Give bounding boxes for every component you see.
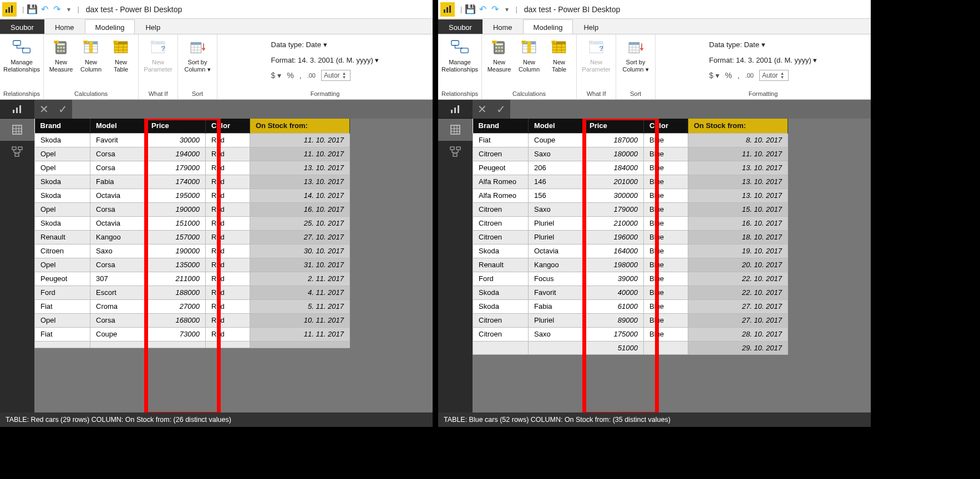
cell[interactable]: 206 [529,161,584,175]
cell[interactable]: Peugeot [473,161,529,175]
col-header[interactable]: On Stock from: [250,119,350,133]
cell[interactable]: Red [206,313,250,327]
tab-home[interactable]: Home [44,19,85,34]
table-row[interactable]: SkodaFavorit40000Blue22. 10. 2017 [473,286,788,299]
table-row[interactable]: SkodaOctavia151000Red25. 10. 2017 [35,216,350,230]
cell[interactable]: Octavia [90,216,146,230]
data-grid[interactable]: BrandModelPriceColorOn Stock from:FiatCo… [473,119,788,412]
cell[interactable]: Skoda [473,286,529,299]
table-row[interactable]: CitroenSaxo180000Blue11. 10. 2017 [473,147,788,161]
currency-button[interactable]: $ ▾ [271,71,282,80]
table-row[interactable]: CitroenSaxo175000Blue28. 10. 2017 [473,327,788,341]
cell[interactable]: 4. 11. 2017 [250,286,350,299]
table-row[interactable]: CitroenSaxo179000Blue15. 10. 2017 [473,202,788,216]
cell[interactable]: 11. 10. 2017 [250,147,350,161]
cell[interactable]: Citroen [473,230,529,244]
new-column-button[interactable]: NewColumn [515,37,543,80]
cell[interactable]: Red [206,272,250,286]
cell[interactable]: Saxo [529,202,584,216]
currency-button[interactable]: $ ▾ [709,71,720,80]
cell[interactable]: Croma [90,299,146,313]
cell[interactable]: 19. 10. 2017 [688,244,788,258]
cell[interactable]: Favorit [529,286,584,299]
cell[interactable]: Ford [35,286,90,299]
cell[interactable]: 151000 [146,216,206,230]
manage-relationships-button[interactable]: ManageRelationships [6,37,38,80]
view-data-icon[interactable] [0,119,34,141]
cell[interactable]: 39000 [584,272,644,286]
stepper-icon[interactable]: ▲▼ [342,72,347,79]
cell[interactable]: Saxo [90,244,146,258]
cell[interactable]: 13. 10. 2017 [688,188,788,202]
cell[interactable]: Coupe [90,327,146,341]
cell[interactable]: Blue [644,244,688,258]
cell[interactable]: 168000 [146,313,206,327]
table-row[interactable]: OpelCorsa135000Red31. 10. 2017 [35,258,350,272]
cell[interactable]: Corsa [90,258,146,272]
table-row[interactable]: OpelCorsa168000Red10. 11. 2017 [35,313,350,327]
cell[interactable]: 164000 [584,244,644,258]
sort-by-column-button[interactable]: Sort byColumn ▾ [181,37,214,80]
cell[interactable]: Blue [644,133,688,147]
cell[interactable]: 22. 10. 2017 [688,286,788,299]
cell[interactable]: Blue [644,188,688,202]
cell[interactable]: 27. 10. 2017 [688,313,788,327]
cell[interactable]: 14. 10. 2017 [250,188,350,202]
cell[interactable]: Corsa [90,313,146,327]
cell[interactable]: Citroen [473,202,529,216]
col-header[interactable]: Price [584,119,644,133]
cell[interactable]: 8. 10. 2017 [688,133,788,147]
new-measure-button[interactable]: NewMeasure [485,37,513,80]
tab-modeling[interactable]: Modeling [85,19,135,34]
manage-relationships-button[interactable]: ManageRelationships [444,37,476,80]
cell[interactable]: 190000 [146,244,206,258]
percent-button[interactable]: % [287,71,293,80]
view-model-icon[interactable] [0,141,34,163]
cell[interactable]: 89000 [584,313,644,327]
data-grid[interactable]: BrandModelPriceColorOn Stock from:SkodaF… [34,119,350,412]
cell[interactable]: 27. 10. 2017 [688,299,788,313]
redo-icon[interactable]: ↷ [50,4,63,14]
cell[interactable]: Pluriel [529,230,584,244]
cell[interactable]: Opel [35,147,90,161]
cell[interactable]: 194000 [146,147,206,161]
cell[interactable]: Red [206,258,250,272]
cell[interactable]: Pluriel [529,216,584,230]
table-row[interactable]: RenaultKangoo198000Blue20. 10. 2017 [473,258,788,272]
table-row[interactable]: OpelCorsa194000Red11. 10. 2017 [35,147,350,161]
view-report[interactable] [0,100,34,119]
cell[interactable]: Ford [473,272,529,286]
cell[interactable]: 2. 11. 2017 [250,272,350,286]
cell[interactable]: Blue [644,230,688,244]
cell[interactable]: 300000 [584,188,644,202]
table-row[interactable]: FiatCoupe73000Red11. 11. 2017 [35,327,350,341]
cell[interactable]: Pluriel [529,313,584,327]
table-row[interactable]: SkodaFabia61000Blue27. 10. 2017 [473,299,788,313]
cell[interactable]: 146 [529,175,584,188]
cell[interactable]: Red [206,188,250,202]
table-row[interactable]: SkodaFavorit30000Red11. 10. 2017 [35,133,350,147]
qat-dropdown-icon[interactable]: ▾ [501,6,513,13]
cell[interactable]: Citroen [35,244,90,258]
cell[interactable]: Fiat [35,327,90,341]
cell[interactable]: 5. 11. 2017 [250,299,350,313]
cell[interactable]: Blue [644,327,688,341]
datatype-dropdown[interactable]: Data type: Date ▾ [271,40,327,49]
cell[interactable]: Escort [90,286,146,299]
fx-commit-icon[interactable]: ✓ [53,103,72,116]
decimal-icon[interactable]: .00 [745,72,754,79]
cell[interactable]: 180000 [584,147,644,161]
cell[interactable]: Red [206,147,250,161]
cell[interactable]: 188000 [146,286,206,299]
cell[interactable]: 157000 [146,230,206,244]
cell[interactable]: 190000 [146,202,206,216]
cell[interactable]: Red [206,244,250,258]
tab-file[interactable]: Soubor [0,19,44,34]
new-table-button[interactable]: NewTable [545,37,573,80]
table-row[interactable]: Peugeot206184000Blue13. 10. 2017 [473,161,788,175]
cell[interactable]: Fabia [529,299,584,313]
fx-cancel-icon[interactable]: ✕ [34,103,53,116]
cell[interactable]: 40000 [584,286,644,299]
new-measure-button[interactable]: NewMeasure [47,37,75,80]
cell[interactable]: Alfa Romeo [473,188,529,202]
